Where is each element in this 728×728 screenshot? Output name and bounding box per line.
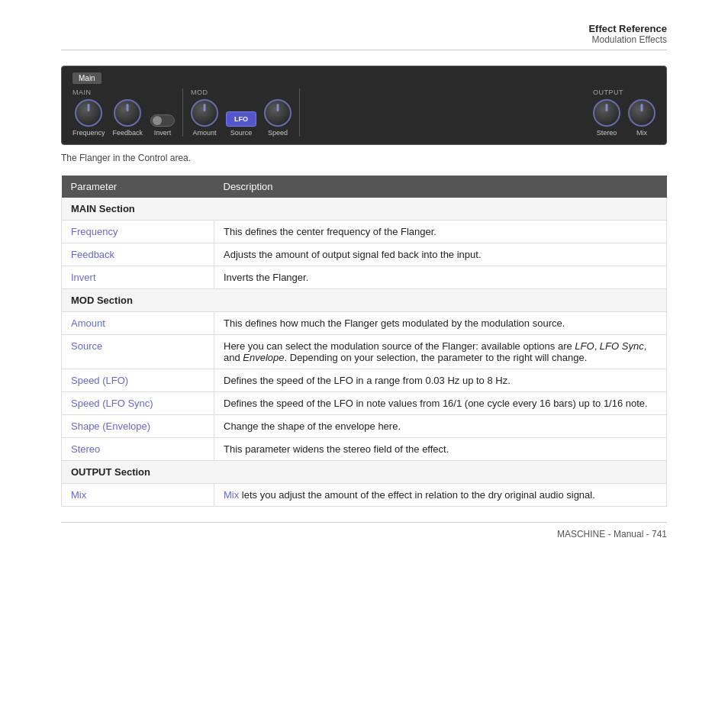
table-row: Stereo This parameter widens the stereo … bbox=[62, 438, 667, 461]
table-row: MAIN Section bbox=[62, 198, 667, 221]
page: Effect Reference Modulation Effects Main… bbox=[0, 0, 728, 562]
header-subtitle: Modulation Effects bbox=[61, 34, 667, 45]
mod-section-label: MOD bbox=[191, 89, 292, 96]
footer-text: MASCHINE - Manual - 741 bbox=[557, 529, 667, 540]
mix-desc-link: Mix bbox=[224, 489, 239, 501]
invert-param: Invert bbox=[71, 272, 96, 283]
control-tab: Main bbox=[72, 72, 101, 84]
param-cell: Invert bbox=[62, 266, 214, 289]
desc-cell: Inverts the Flanger. bbox=[214, 266, 667, 289]
param-cell: Feedback bbox=[62, 243, 214, 266]
desc-col-header: Description bbox=[214, 176, 667, 198]
output-knob-group: Stereo Mix bbox=[593, 99, 656, 137]
desc-cell: Defines the speed of the LFO in a range … bbox=[214, 369, 667, 392]
amount-param: Amount bbox=[71, 317, 105, 329]
invert-toggle[interactable] bbox=[150, 114, 175, 127]
param-cell: Amount bbox=[62, 312, 214, 335]
source-param: Source bbox=[71, 340, 102, 352]
param-cell: Speed (LFO Sync) bbox=[62, 392, 214, 415]
desc-cell: This defines the center frequency of the… bbox=[214, 221, 667, 243]
mix-knob[interactable] bbox=[628, 99, 656, 127]
table-row: Amount This defines how much the Flanger… bbox=[62, 312, 667, 335]
table-header-row: Parameter Description bbox=[62, 176, 667, 198]
desc-cell: This parameter widens the stereo field o… bbox=[214, 438, 667, 461]
table-row: Source Here you can select the modulatio… bbox=[62, 335, 667, 369]
param-cell: Stereo bbox=[62, 438, 214, 461]
table-row: OUTPUT Section bbox=[62, 461, 667, 484]
feedback-knob[interactable] bbox=[114, 99, 141, 127]
caption: The Flanger in the Control area. bbox=[61, 153, 667, 163]
page-footer: MASCHINE - Manual - 741 bbox=[61, 522, 667, 540]
feedback-label: Feedback bbox=[113, 129, 143, 137]
speed-lfosync-param: Speed bbox=[71, 398, 100, 409]
reference-table: Parameter Description MAIN Section Frequ… bbox=[61, 176, 667, 507]
invert-knob-item: Invert bbox=[150, 114, 175, 137]
mod-knob-group: Amount LFO Source Speed bbox=[191, 99, 292, 137]
stereo-knob-item: Stereo bbox=[593, 99, 620, 137]
divider-2 bbox=[299, 89, 300, 137]
table-row: Shape (Envelope) Change the shape of the… bbox=[62, 415, 667, 438]
toggle-circle bbox=[153, 116, 162, 125]
param-cell: Speed (LFO) bbox=[62, 369, 214, 392]
desc-cell: This defines how much the Flanger gets m… bbox=[214, 312, 667, 335]
speed-label: Speed bbox=[268, 129, 288, 137]
desc-cell: Here you can select the modulation sourc… bbox=[214, 335, 667, 369]
speed-knob[interactable] bbox=[264, 99, 292, 127]
stereo-knob[interactable] bbox=[593, 99, 620, 127]
frequency-param: Frequency bbox=[71, 226, 118, 237]
mix-knob-item: Mix bbox=[628, 99, 656, 137]
header-title: Effect Reference bbox=[61, 23, 667, 34]
output-section-label: OUTPUT bbox=[593, 89, 656, 96]
param-col-header: Parameter bbox=[62, 176, 214, 198]
control-sections: MAIN Frequency Feedback Invert bbox=[72, 89, 656, 137]
desc-cell: Adjusts the amount of output signal fed … bbox=[214, 243, 667, 266]
param-cell: Source bbox=[62, 335, 214, 369]
invert-label: Invert bbox=[154, 129, 172, 137]
frequency-knob-item: Frequency bbox=[72, 99, 105, 137]
desc-cell: Mix lets you adjust the amount of the ef… bbox=[214, 484, 667, 507]
feedback-param: Feedback bbox=[71, 249, 114, 260]
stereo-label: Stereo bbox=[597, 129, 617, 137]
mix-param: Mix bbox=[71, 489, 86, 501]
frequency-label: Frequency bbox=[72, 129, 105, 137]
desc-cell: Change the shape of the envelope here. bbox=[214, 415, 667, 438]
lfo-source-button[interactable]: LFO bbox=[226, 111, 256, 127]
output-section: OUTPUT Stereo Mix bbox=[593, 89, 656, 137]
section-header-cell: MAIN Section bbox=[62, 198, 667, 221]
feedback-knob-item: Feedback bbox=[113, 99, 143, 137]
section-header-cell: MOD Section bbox=[62, 289, 667, 312]
amount-label: Amount bbox=[193, 129, 217, 137]
speed-knob-item: Speed bbox=[264, 99, 292, 137]
mod-section: MOD Amount LFO Source Speed bbox=[191, 89, 292, 137]
section-header-cell: OUTPUT Section bbox=[62, 461, 667, 484]
param-cell: Mix bbox=[62, 484, 214, 507]
table-row: MOD Section bbox=[62, 289, 667, 312]
stereo-param: Stereo bbox=[71, 443, 100, 455]
mix-label: Mix bbox=[636, 129, 647, 137]
speed-lfo-param: Speed bbox=[71, 375, 100, 386]
table-row: Frequency This defines the center freque… bbox=[62, 221, 667, 243]
desc-cell: Defines the speed of the LFO in note val… bbox=[214, 392, 667, 415]
param-cell: Shape (Envelope) bbox=[62, 415, 214, 438]
frequency-knob[interactable] bbox=[75, 99, 102, 127]
table-row: Speed (LFO Sync) Defines the speed of th… bbox=[62, 392, 667, 415]
table-row: Speed (LFO) Defines the speed of the LFO… bbox=[62, 369, 667, 392]
shape-param: Shape bbox=[71, 420, 100, 432]
main-section-label: MAIN bbox=[72, 89, 175, 96]
main-section: MAIN Frequency Feedback Invert bbox=[72, 89, 175, 137]
table-row: Mix Mix lets you adjust the amount of th… bbox=[62, 484, 667, 507]
source-label: Source bbox=[230, 129, 253, 137]
page-header: Effect Reference Modulation Effects bbox=[61, 23, 667, 50]
source-knob-item: LFO Source bbox=[226, 111, 256, 137]
main-knob-group: Frequency Feedback Invert bbox=[72, 99, 175, 137]
table-row: Invert Inverts the Flanger. bbox=[62, 266, 667, 289]
param-cell: Frequency bbox=[62, 221, 214, 243]
amount-knob[interactable] bbox=[191, 99, 218, 127]
divider-1 bbox=[182, 89, 183, 137]
control-area: Main MAIN Frequency Feedback bbox=[61, 66, 667, 145]
amount-knob-item: Amount bbox=[191, 99, 218, 137]
table-row: Feedback Adjusts the amount of output si… bbox=[62, 243, 667, 266]
